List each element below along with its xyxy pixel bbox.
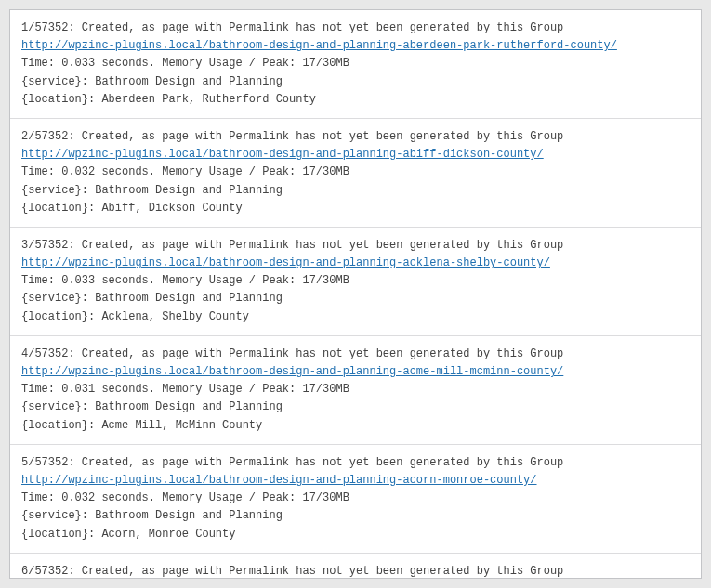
log-time-line: Time: 0.033 seconds. Memory Usage / Peak… (21, 55, 690, 72)
log-time-line: Time: 0.031 seconds. Memory Usage / Peak… (21, 381, 690, 399)
log-url-line: http://wpzinc-plugins.local/bathroom-des… (21, 472, 690, 490)
log-url-line: http://wpzinc-plugins.local/bathroom-des… (21, 37, 690, 55)
log-service-line: {service}: Bathroom Design and Planning (21, 399, 690, 416)
log-status-line: 1/57352: Created, as page with Permalink… (21, 20, 690, 37)
log-service-line: {service}: Bathroom Design and Planning (21, 73, 690, 91)
log-status-line: 2/57352: Created, as page with Permalink… (21, 128, 690, 146)
log-service-line: {service}: Bathroom Design and Planning (21, 182, 690, 200)
log-location-line: {location}: Acorn, Monroe County (21, 526, 690, 543)
log-entry: 3/57352: Created, as page with Permalink… (10, 228, 701, 336)
log-url-line: http://wpzinc-plugins.local/bathroom-des… (21, 255, 690, 272)
log-service-line: {service}: Bathroom Design and Planning (21, 290, 690, 307)
permalink-link[interactable]: http://wpzinc-plugins.local/bathroom-des… (21, 39, 617, 52)
log-entry: 2/57352: Created, as page with Permalink… (10, 119, 701, 228)
log-status-line: 3/57352: Created, as page with Permalink… (21, 237, 690, 255)
log-time-line: Time: 0.032 seconds. Memory Usage / Peak… (21, 490, 690, 507)
permalink-link[interactable]: http://wpzinc-plugins.local/bathroom-des… (21, 474, 537, 487)
log-time-line: Time: 0.032 seconds. Memory Usage / Peak… (21, 163, 690, 181)
log-entry: 1/57352: Created, as page with Permalink… (10, 10, 701, 119)
log-service-line: {service}: Bathroom Design and Planning (21, 507, 690, 525)
log-status-line: 5/57352: Created, as page with Permalink… (21, 454, 690, 472)
log-status-line: 4/57352: Created, as page with Permalink… (21, 346, 690, 363)
log-location-line: {location}: Acklena, Shelby County (21, 308, 690, 326)
log-entry: 6/57352: Created, as page with Permalink… (10, 554, 701, 579)
log-status-line: 6/57352: Created, as page with Permalink… (21, 563, 690, 579)
log-time-line: Time: 0.033 seconds. Memory Usage / Peak… (21, 272, 690, 290)
log-entry: 4/57352: Created, as page with Permalink… (10, 336, 701, 445)
log-url-line: http://wpzinc-plugins.local/bathroom-des… (21, 146, 690, 163)
log-location-line: {location}: Acme Mill, McMinn County (21, 417, 690, 435)
permalink-link[interactable]: http://wpzinc-plugins.local/bathroom-des… (21, 365, 563, 378)
log-location-line: {location}: Abiff, Dickson County (21, 200, 690, 217)
log-entry: 5/57352: Created, as page with Permalink… (10, 445, 701, 554)
log-url-line: http://wpzinc-plugins.local/bathroom-des… (21, 363, 690, 381)
permalink-link[interactable]: http://wpzinc-plugins.local/bathroom-des… (21, 148, 544, 161)
log-location-line: {location}: Aberdeen Park, Rutherford Co… (21, 91, 690, 109)
log-container[interactable]: 1/57352: Created, as page with Permalink… (9, 9, 702, 579)
permalink-link[interactable]: http://wpzinc-plugins.local/bathroom-des… (21, 256, 550, 269)
